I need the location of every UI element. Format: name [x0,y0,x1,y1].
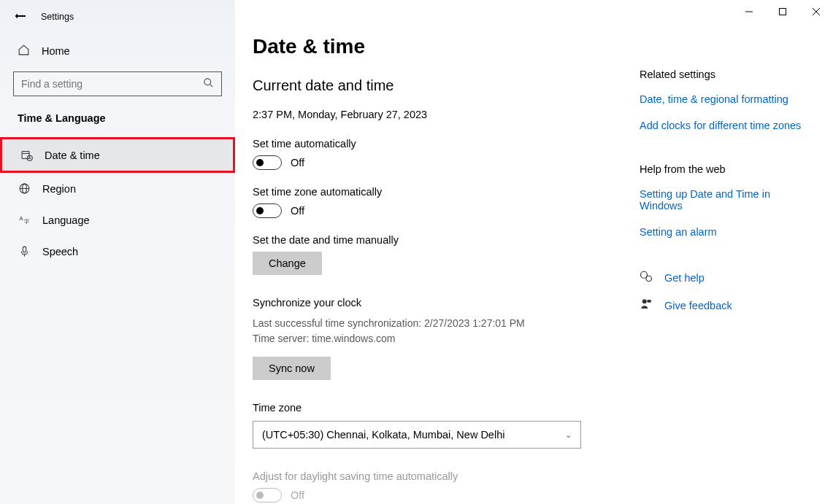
microphone-icon [18,245,31,257]
search-box[interactable] [13,71,222,96]
sync-server: Time server: time.windows.com [253,331,581,346]
sync-info: Last successful time synchronization: 2/… [253,316,581,346]
window-controls [732,0,833,23]
nav-home[interactable]: Home [0,36,235,66]
language-icon: A字 [18,214,31,226]
related-column: Related settings Date, time & regional f… [640,35,804,489]
timezone-label: Time zone [253,402,581,414]
get-help-link[interactable]: Get help [664,272,705,284]
svg-point-20 [642,299,647,303]
page-title: Date & time [253,35,581,58]
svg-rect-21 [648,300,651,303]
get-help-row[interactable]: Get help [640,270,804,286]
minimize-button[interactable] [732,0,766,23]
svg-point-4 [204,79,211,85]
sync-now-button[interactable]: Sync now [253,357,331,380]
change-button[interactable]: Change [253,252,322,275]
dst-state: Off [291,489,304,501]
set-tz-auto-toggle[interactable] [253,203,282,218]
svg-text:字: 字 [23,219,28,225]
chevron-down-icon: ⌄ [565,430,572,440]
timezone-value: (UTC+05:30) Chennai, Kolkata, Mumbai, Ne… [262,429,504,441]
feedback-link[interactable]: Give feedback [664,300,732,311]
current-dt-head: Current date and time [253,77,581,94]
nav-category: Time & Language [0,112,235,137]
dst-label: Adjust for daylight saving time automati… [253,470,581,482]
search-icon [203,77,214,90]
dst-toggle [253,488,282,503]
related-settings-head: Related settings [640,69,804,80]
set-tz-auto-state: Off [291,205,304,217]
main-content: Date & time Current date and time 2:37 P… [235,0,833,504]
get-help-icon [640,270,653,286]
help-web-head: Help from the web [640,163,804,175]
nav-item-label: Speech [42,246,78,257]
sync-head: Synchronize your clock [253,297,581,309]
link-date-regional[interactable]: Date, time & regional formatting [640,93,804,105]
calendar-clock-icon [20,149,33,161]
titlebar-left: 🠔 Settings [0,6,235,36]
link-help-setup-dt[interactable]: Setting up Date and Time in Windows [640,188,804,212]
svg-text:A: A [19,215,23,222]
set-time-auto-label: Set time automatically [253,138,581,150]
nav-region[interactable]: Region [0,173,235,204]
set-tz-auto-label: Set time zone automatically [253,186,581,198]
feedback-row[interactable]: Give feedback [640,298,804,314]
svg-rect-1 [780,9,786,15]
globe-icon [18,182,31,195]
timezone-dropdown[interactable]: (UTC+05:30) Chennai, Kolkata, Mumbai, Ne… [253,421,581,449]
link-help-alarm[interactable]: Setting an alarm [640,226,804,238]
app-title: Settings [41,12,74,22]
nav-item-label: Language [42,214,90,226]
svg-rect-16 [23,247,26,252]
manual-dt-label: Set the date and time manually [253,234,581,246]
settings-window: 🠔 Settings Home Time & Language Date & t… [0,0,833,504]
set-time-auto-toggle[interactable] [253,155,282,170]
settings-column: Date & time Current date and time 2:37 P… [253,35,581,489]
back-icon[interactable]: 🠔 [15,10,26,23]
set-time-auto-state: Off [291,157,304,168]
nav-language[interactable]: A字 Language [0,204,235,236]
maximize-button[interactable] [766,0,799,23]
home-icon [18,44,30,58]
search-input[interactable] [21,78,203,90]
sync-last: Last successful time synchronization: 2/… [253,316,581,331]
current-dt-value: 2:37 PM, Monday, February 27, 2023 [253,109,581,120]
close-button[interactable] [799,0,833,23]
sidebar: 🠔 Settings Home Time & Language Date & t… [0,0,235,504]
feedback-icon [640,298,653,314]
nav-date-time[interactable]: Date & time [0,137,235,173]
link-add-clocks[interactable]: Add clocks for different time zones [640,120,804,131]
svg-line-5 [210,84,212,87]
nav-item-label: Date & time [45,150,100,161]
nav-home-label: Home [42,45,70,57]
svg-point-19 [646,276,652,282]
nav-item-label: Region [42,183,76,195]
svg-rect-6 [22,152,29,159]
nav-speech[interactable]: Speech [0,236,235,267]
svg-line-10 [29,158,30,159]
